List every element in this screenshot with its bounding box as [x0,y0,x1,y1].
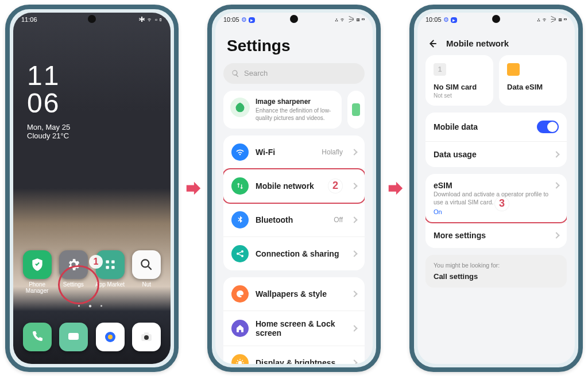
clock-hour: 11 [27,62,70,90]
search-input[interactable]: Search [223,63,365,84]
chevron-right-icon [351,290,357,297]
app-nut[interactable]: Nut [132,250,161,294]
suggestion-card[interactable]: You might be looking for: Call settings [425,255,567,288]
row-label: Connection & sharing [256,249,345,258]
hint-item: Call settings [434,272,559,281]
row-label: Home screen & Lock screen [256,319,345,338]
promo-side-card[interactable] [347,91,365,129]
status-bar: 10:05 ⚙ ▸ ⁂ ᯤ ⚞ ▥ ▭ [215,15,373,25]
step-1-badge: 1 [89,255,103,269]
app-label: Phone Manager [23,281,52,294]
chevron-right-icon [553,151,559,157]
row-data-usage[interactable]: Data usage [425,141,567,167]
settings-screen: 10:05 ⚙ ▸ ⁂ ᯤ ⚞ ▥ ▭ Settings Search Imag… [215,13,373,364]
esim-state: On [434,208,559,215]
esim-group: eSIM Download and activate a operator pr… [425,174,567,248]
wifi-icon [231,144,249,161]
svg-rect-2 [106,266,109,269]
row-mobile-data[interactable]: Mobile data [425,113,567,141]
page-title: Mobile network [446,38,509,48]
chevron-right-icon [553,182,559,188]
phone-icon [352,103,360,116]
row-label: eSIM [434,181,554,190]
date-label: Mon, May 25 [27,123,70,131]
data-group: Mobile data Data usage [425,113,567,167]
home-dock [19,317,165,357]
row-esim[interactable]: eSIM Download and activate a operator pr… [425,174,567,222]
row-bluetooth[interactable]: Bluetooth Off [223,203,365,237]
status-bar: 11:06 ✱ ᯤ ▫ ▯ [13,15,171,24]
row-mobile-network[interactable]: Mobile network 2 [223,169,365,203]
leaf-icon [230,98,250,117]
dock-phone[interactable] [23,323,52,351]
status-icons: ⁂ ᯤ ⚞ ▥ ▭ [537,16,567,23]
gear-icon [59,250,88,279]
phone-settings: 10:05 ⚙ ▸ ⁂ ᯤ ⚞ ▥ ▭ Settings Search Imag… [207,5,381,372]
status-time: 10:05 ⚙ ▸ [223,16,255,24]
svg-point-12 [241,250,243,253]
dock-camera[interactable] [132,323,161,351]
svg-point-9 [144,335,149,340]
chevron-right-icon [351,183,357,189]
chevron-right-icon [351,149,357,155]
row-connection-sharing[interactable]: Connection & sharing [223,237,365,270]
app-settings[interactable]: Settings [59,250,88,294]
mobile-data-toggle[interactable] [537,121,559,133]
chevron-right-icon [351,216,357,223]
svg-point-11 [237,253,239,255]
promo-row: Image sharpener Enhance the definition o… [215,91,373,135]
clock-minute: 06 [27,90,70,117]
sim1-label: No SIM card [434,83,485,91]
promo-image-sharpener[interactable]: Image sharpener Enhance the definition o… [223,91,342,129]
row-display[interactable]: Display & brightness [223,346,365,364]
row-label: Bluetooth [256,215,327,224]
sim-cards-row: 1 No SIM card Not set Data eSIM [417,55,575,113]
clock-widget: 11 06 Mon, May 25 Cloudy 21°C [27,62,70,140]
bluetooth-icon [231,211,249,228]
row-label: Data usage [434,150,547,159]
app-label: Nut [142,281,152,288]
step-3-badge: 3 [494,196,509,211]
sim-slot-2[interactable]: Data eSIM [499,55,567,106]
dock-messages[interactable] [59,323,88,351]
arrow-left-icon [427,38,438,49]
dock-browser[interactable] [96,323,125,351]
bluetooth-value: Off [334,216,343,224]
phone-home: 11:06 ✱ ᯤ ▫ ▯ 11 06 Mon, May 25 Cloudy 2… [5,5,179,372]
svg-point-14 [238,361,242,363]
status-icons: ✱ ᯤ ▫ ▯ [139,16,163,23]
search-placeholder: Search [244,69,268,77]
svg-point-7 [108,335,113,339]
chevron-right-icon [351,250,357,257]
status-bar: 10:05 ⚙ ▸ ⁂ ᯤ ⚞ ▥ ▭ [417,15,575,25]
row-home-lock[interactable]: Home screen & Lock screen [223,311,365,346]
step-2-badge: 2 [328,179,343,193]
status-icons: ⁂ ᯤ ⚞ ▥ ▭ [335,16,365,23]
svg-point-4 [142,259,149,267]
row-label: Display & brightness [256,358,345,364]
share-icon [231,245,249,262]
connectivity-group: Wi-Fi Holafly Mobile network 2 Bluetooth… [223,135,365,270]
row-label: Wallpapers & style [256,289,345,299]
search-icon [231,69,239,77]
magnifier-icon [132,250,161,279]
app-phone-manager[interactable]: Phone Manager [23,250,52,294]
home-screen: 11:06 ✱ ᯤ ▫ ▯ 11 06 Mon, May 25 Cloudy 2… [13,13,171,364]
sim1-sub: Not set [434,92,485,99]
chevron-right-icon [553,232,559,238]
app-label: App Market [95,281,125,288]
personalization-group: Wallpapers & style Home screen & Lock sc… [223,277,365,364]
row-more-settings[interactable]: More settings [425,222,567,248]
sim1-icon: 1 [434,63,446,76]
wifi-value: Holafly [322,148,343,156]
chevron-right-icon [351,359,357,364]
svg-point-13 [241,255,243,257]
arrow-2 [386,179,404,197]
sim2-label: Data eSIM [507,83,559,91]
row-wallpapers[interactable]: Wallpapers & style [223,277,365,311]
svg-rect-1 [111,260,114,263]
back-button[interactable] [427,38,438,49]
row-label: Mobile data [434,122,530,131]
sim-slot-1[interactable]: 1 No SIM card Not set [425,55,493,106]
row-wifi[interactable]: Wi-Fi Holafly [223,135,365,169]
